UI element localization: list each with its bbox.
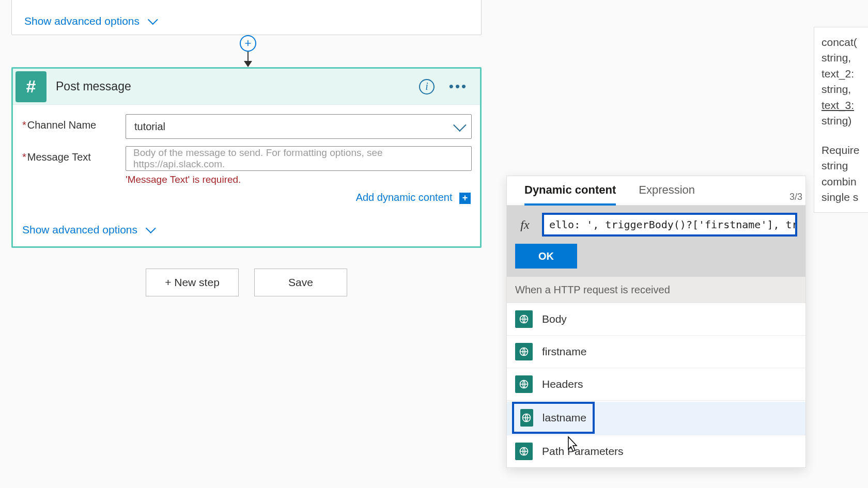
tip-line: concat( <box>822 35 868 50</box>
dc-item-label: lastname <box>542 412 586 424</box>
dc-item-label: Headers <box>542 378 583 390</box>
arrow-down-icon <box>244 61 252 67</box>
expression-text: ello: ', triggerBody()?['firstname'], tr… <box>549 218 797 231</box>
function-tooltip: concat( string, text_2: string, text_3: … <box>814 27 868 213</box>
chevron-down-icon <box>453 118 466 131</box>
dynamic-content-popup: Dynamic content Expression 3/3 fx ello: … <box>506 176 806 468</box>
http-trigger-icon <box>515 310 533 328</box>
ok-label: OK <box>538 250 554 262</box>
add-dynamic-content-link[interactable]: Add dynamic content + <box>356 192 471 203</box>
tip-line: string, <box>822 50 868 66</box>
channel-name-select[interactable]: tutorial <box>126 114 472 139</box>
dc-item-path-parameters[interactable]: Path Parameters <box>507 435 805 467</box>
info-icon[interactable]: i <box>419 79 435 95</box>
more-icon[interactable]: ••• <box>448 78 469 95</box>
expression-row: fx ello: ', triggerBody()?['firstname'],… <box>507 206 805 244</box>
connector-stem <box>247 52 249 61</box>
tip-line: single s <box>822 190 868 205</box>
card-body: *Channel Name tutorial *Message Text Bod… <box>13 105 480 246</box>
http-trigger-icon <box>520 409 533 427</box>
http-trigger-icon <box>515 343 533 360</box>
chevron-down-icon <box>146 223 156 233</box>
tip-line: string) <box>822 113 868 129</box>
http-trigger-icon <box>515 375 533 393</box>
new-step-button[interactable]: + New step <box>146 269 239 296</box>
channel-name-row: *Channel Name tutorial <box>22 114 472 139</box>
tip-line: text_3: <box>822 98 868 113</box>
channel-selected-value: tutorial <box>134 121 165 133</box>
dc-item-label: firstname <box>542 345 586 358</box>
dc-item-lastname[interactable]: lastname <box>512 402 595 434</box>
plus-icon: + <box>459 193 471 204</box>
ok-row: OK <box>507 244 805 277</box>
slack-channel-icon: # <box>16 71 47 102</box>
show-advanced-options-link[interactable]: Show advanced options <box>22 224 153 236</box>
card-title: Post message <box>56 80 419 93</box>
dc-item-body[interactable]: Body <box>507 303 805 336</box>
save-button[interactable]: Save <box>254 269 347 296</box>
message-text-row: *Message Text Body of the message to sen… <box>22 146 472 204</box>
save-label: Save <box>288 276 313 289</box>
add-dc-label: Add dynamic content <box>356 192 453 203</box>
dc-item-label: Path Parameters <box>542 445 624 458</box>
chevron-down-icon <box>148 14 158 25</box>
expression-input[interactable]: ello: ', triggerBody()?['firstname'], tr… <box>542 213 797 237</box>
tip-line: string <box>822 158 868 174</box>
add-step-inline-button[interactable]: + <box>240 35 256 52</box>
channel-label-text: Channel Name <box>27 119 96 131</box>
channel-name-label: *Channel Name <box>22 114 126 131</box>
dc-item-firstname[interactable]: firstname <box>507 336 805 368</box>
message-text-input[interactable]: Body of the message to send. For formatt… <box>126 146 472 171</box>
required-star: * <box>22 151 26 163</box>
tab-expression[interactable]: Expression <box>639 183 695 205</box>
message-error-text: 'Message Text' is required. <box>126 174 472 185</box>
tip-line: string, <box>822 82 868 97</box>
footer-buttons: + New step Save <box>146 269 347 296</box>
new-step-label: + New step <box>165 276 220 289</box>
dc-item-headers[interactable]: Headers <box>507 368 805 401</box>
dc-item-label: Body <box>542 313 567 325</box>
show-adv-label: Show advanced options <box>22 224 137 235</box>
ok-button[interactable]: OK <box>515 244 577 269</box>
required-star: * <box>22 119 26 131</box>
post-message-card: # Post message i ••• *Channel Name tutor… <box>11 67 482 248</box>
tip-line: combin <box>822 174 868 190</box>
show-advanced-options-link[interactable]: Show advanced options <box>24 15 155 27</box>
fx-icon: fx <box>515 213 535 237</box>
card-header[interactable]: # Post message i ••• <box>13 69 480 105</box>
dc-item-lastname-row: lastname <box>507 402 805 435</box>
dc-tabs: Dynamic content Expression 3/3 <box>507 176 805 206</box>
tab-dynamic-content[interactable]: Dynamic content <box>524 183 616 205</box>
tip-line: text_2: <box>822 66 868 82</box>
previous-action-card: Show advanced options <box>11 0 482 35</box>
tab-dynamic-label: Dynamic content <box>524 183 616 196</box>
dc-section-header: When a HTTP request is received <box>507 277 805 303</box>
message-text-label: *Message Text <box>22 146 126 163</box>
step-connector: + <box>239 35 257 67</box>
tab-expression-label: Expression <box>639 183 695 196</box>
page-counter: 3/3 <box>789 192 802 202</box>
show-adv-label: Show advanced options <box>24 15 140 27</box>
message-placeholder: Body of the message to send. For formatt… <box>133 147 464 170</box>
http-trigger-icon <box>515 443 533 460</box>
hash-glyph: # <box>26 76 36 97</box>
message-label-text: Message Text <box>27 151 91 163</box>
tip-line: Require <box>822 143 868 158</box>
